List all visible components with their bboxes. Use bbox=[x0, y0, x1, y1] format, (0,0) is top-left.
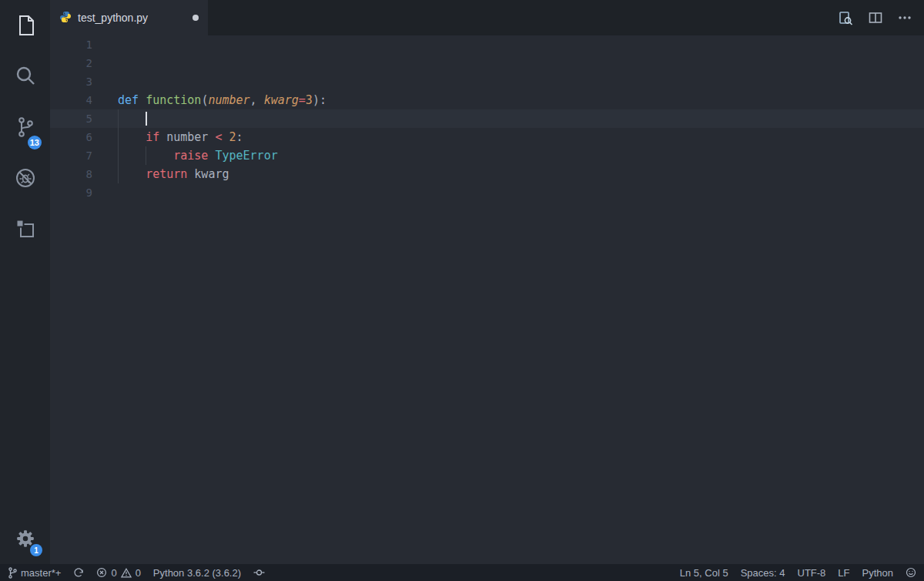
language-mode-status[interactable]: Python bbox=[862, 567, 893, 579]
code-line bbox=[118, 72, 924, 91]
tab-title: test_python.py bbox=[78, 12, 148, 24]
line-number: 6 bbox=[50, 128, 118, 146]
activity-explorer-button[interactable] bbox=[0, 0, 50, 51]
python-file-icon bbox=[59, 11, 72, 25]
eol-label: LF bbox=[838, 567, 849, 579]
line-number: 5 bbox=[50, 109, 118, 128]
editor-actions bbox=[838, 0, 924, 35]
split-editor-button[interactable] bbox=[869, 12, 882, 24]
tab-test-python[interactable]: test_python.py bbox=[50, 0, 208, 35]
indentation-status[interactable]: Spaces: 4 bbox=[741, 567, 785, 579]
explorer-files-icon bbox=[14, 13, 37, 38]
code-line bbox=[118, 109, 924, 128]
tab-bar: test_python.py bbox=[50, 0, 924, 35]
line-number: 3 bbox=[50, 72, 118, 91]
crosshair-icon bbox=[253, 569, 265, 576]
editor-line[interactable]: 3 bbox=[50, 72, 924, 91]
line-col-label: Ln 5, Col 5 bbox=[680, 567, 728, 579]
cursor-position-status[interactable]: Ln 5, Col 5 bbox=[680, 567, 728, 579]
code-editor[interactable]: 1234def function(number, kwarg=3):5 6 if… bbox=[50, 35, 924, 564]
smiley-icon bbox=[906, 567, 916, 578]
line-number: 8 bbox=[50, 165, 118, 183]
editor-line[interactable]: 6 if number < 2: bbox=[50, 128, 924, 146]
error-count: 0 bbox=[111, 567, 116, 579]
indent-guide bbox=[118, 146, 119, 165]
editor-lines: 1234def function(number, kwarg=3):5 6 if… bbox=[50, 35, 924, 202]
activity-bar-top: 13 bbox=[0, 0, 50, 254]
python-interpreter-status[interactable]: Python 3.6.2 (3.6.2) bbox=[153, 567, 241, 579]
debug-no-bug-icon bbox=[14, 166, 37, 190]
more-actions-button[interactable] bbox=[898, 15, 912, 20]
status-bar-right: Ln 5, Col 5 Spaces: 4 UTF-8 LF Python bbox=[680, 567, 916, 579]
crosshair-status-button[interactable] bbox=[253, 569, 265, 576]
code-line: raise TypeError bbox=[118, 146, 924, 165]
line-number: 7 bbox=[50, 146, 118, 165]
branch-icon bbox=[8, 567, 17, 579]
encoding-label: UTF-8 bbox=[798, 567, 826, 579]
indent-guide bbox=[118, 165, 119, 183]
language-label: Python bbox=[862, 567, 893, 579]
code-line bbox=[118, 183, 924, 202]
activity-debug-button[interactable] bbox=[0, 153, 50, 203]
indent-guide bbox=[118, 109, 119, 128]
scm-badge: 13 bbox=[28, 136, 42, 149]
activity-source-control-button[interactable]: 13 bbox=[0, 102, 50, 153]
settings-badge: 1 bbox=[30, 544, 42, 556]
modified-indicator-dot bbox=[192, 15, 199, 21]
editor-line[interactable]: 5 bbox=[50, 109, 924, 128]
sync-button[interactable] bbox=[73, 567, 84, 578]
python-version-label: Python 3.6.2 (3.6.2) bbox=[153, 567, 241, 579]
activity-bar-bottom: 1 bbox=[0, 513, 50, 564]
editor-line[interactable]: 1 bbox=[50, 35, 924, 54]
error-icon bbox=[96, 567, 107, 578]
sync-icon bbox=[73, 567, 84, 578]
code-line: def function(number, kwarg=3): bbox=[118, 91, 924, 109]
file-search-button[interactable] bbox=[838, 11, 853, 25]
line-number: 4 bbox=[50, 91, 118, 109]
code-line: if number < 2: bbox=[118, 128, 924, 146]
branch-label: master*+ bbox=[21, 567, 61, 579]
status-bar: master*+ 0 bbox=[0, 564, 924, 581]
search-icon bbox=[14, 65, 37, 88]
indent-guide bbox=[118, 128, 119, 146]
git-branch-status[interactable]: master*+ bbox=[8, 567, 61, 579]
warning-count: 0 bbox=[136, 567, 141, 579]
code-line bbox=[118, 35, 924, 54]
code-line: return kwarg bbox=[118, 165, 924, 183]
editor-line[interactable]: 7 raise TypeError bbox=[50, 146, 924, 165]
warning-icon bbox=[121, 568, 132, 578]
line-number: 9 bbox=[50, 183, 118, 202]
activity-extensions-button[interactable] bbox=[0, 203, 50, 254]
editor-group: test_python.py bbox=[50, 0, 924, 564]
indent-guide bbox=[146, 146, 146, 165]
editor-line[interactable]: 9 bbox=[50, 183, 924, 202]
line-number: 2 bbox=[50, 54, 118, 72]
encoding-status[interactable]: UTF-8 bbox=[798, 567, 826, 579]
editor-line[interactable]: 2 bbox=[50, 54, 924, 72]
vscode-window: 13 bbox=[0, 0, 924, 581]
indentation-label: Spaces: 4 bbox=[741, 567, 785, 579]
editor-line[interactable]: 8 return kwarg bbox=[50, 165, 924, 183]
problems-status[interactable]: 0 0 bbox=[96, 567, 140, 579]
activity-bar: 13 bbox=[0, 0, 50, 564]
status-bar-left: master*+ 0 bbox=[8, 567, 265, 579]
editor-line[interactable]: 4def function(number, kwarg=3): bbox=[50, 91, 924, 109]
feedback-button[interactable] bbox=[906, 567, 916, 578]
eol-status[interactable]: LF bbox=[838, 567, 849, 579]
text-cursor bbox=[146, 112, 147, 126]
activity-search-button[interactable] bbox=[0, 51, 50, 102]
workbench: 13 bbox=[0, 0, 924, 564]
extensions-icon bbox=[14, 217, 37, 240]
line-number: 1 bbox=[50, 35, 118, 54]
code-line bbox=[118, 54, 924, 72]
activity-settings-button[interactable]: 1 bbox=[0, 513, 50, 564]
